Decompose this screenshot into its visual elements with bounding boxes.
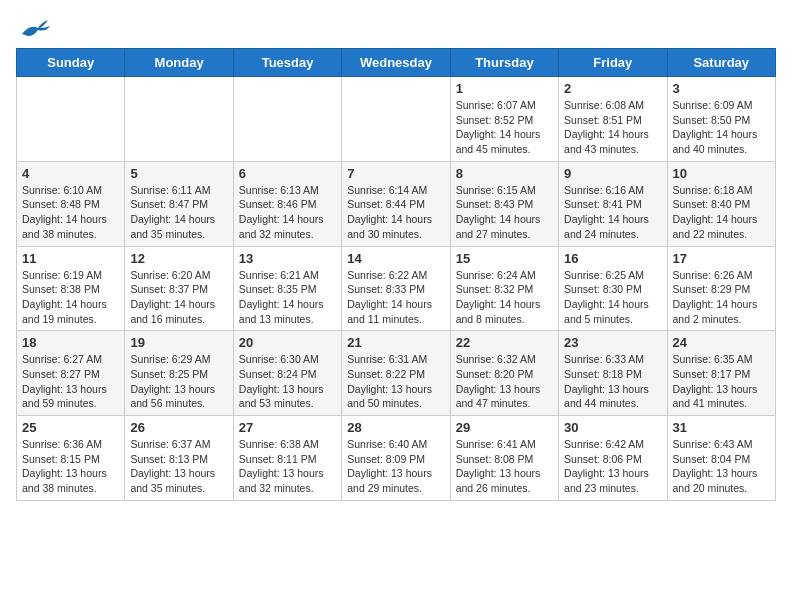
logo-bird-icon (20, 16, 50, 40)
day-info-text: Sunrise: 6:32 AM Sunset: 8:20 PM Dayligh… (456, 352, 553, 411)
calendar-day-cell: 16Sunrise: 6:25 AM Sunset: 8:30 PM Dayli… (559, 246, 667, 331)
day-number: 12 (130, 251, 227, 266)
day-number: 9 (564, 166, 661, 181)
day-number: 6 (239, 166, 336, 181)
day-number: 26 (130, 420, 227, 435)
calendar-day-cell (125, 77, 233, 162)
day-info-text: Sunrise: 6:42 AM Sunset: 8:06 PM Dayligh… (564, 437, 661, 496)
calendar-day-cell: 29Sunrise: 6:41 AM Sunset: 8:08 PM Dayli… (450, 416, 558, 501)
logo (16, 16, 50, 40)
calendar-day-cell: 8Sunrise: 6:15 AM Sunset: 8:43 PM Daylig… (450, 161, 558, 246)
day-number: 15 (456, 251, 553, 266)
calendar-week-row: 1Sunrise: 6:07 AM Sunset: 8:52 PM Daylig… (17, 77, 776, 162)
calendar-day-cell (17, 77, 125, 162)
day-info-text: Sunrise: 6:11 AM Sunset: 8:47 PM Dayligh… (130, 183, 227, 242)
calendar-day-cell: 17Sunrise: 6:26 AM Sunset: 8:29 PM Dayli… (667, 246, 775, 331)
calendar-day-cell: 18Sunrise: 6:27 AM Sunset: 8:27 PM Dayli… (17, 331, 125, 416)
calendar-week-row: 25Sunrise: 6:36 AM Sunset: 8:15 PM Dayli… (17, 416, 776, 501)
day-info-text: Sunrise: 6:20 AM Sunset: 8:37 PM Dayligh… (130, 268, 227, 327)
day-number: 31 (673, 420, 770, 435)
day-number: 19 (130, 335, 227, 350)
day-info-text: Sunrise: 6:25 AM Sunset: 8:30 PM Dayligh… (564, 268, 661, 327)
day-number: 30 (564, 420, 661, 435)
day-number: 24 (673, 335, 770, 350)
day-info-text: Sunrise: 6:13 AM Sunset: 8:46 PM Dayligh… (239, 183, 336, 242)
day-info-text: Sunrise: 6:26 AM Sunset: 8:29 PM Dayligh… (673, 268, 770, 327)
calendar-day-cell: 24Sunrise: 6:35 AM Sunset: 8:17 PM Dayli… (667, 331, 775, 416)
day-info-text: Sunrise: 6:31 AM Sunset: 8:22 PM Dayligh… (347, 352, 444, 411)
calendar-day-cell: 25Sunrise: 6:36 AM Sunset: 8:15 PM Dayli… (17, 416, 125, 501)
day-info-text: Sunrise: 6:27 AM Sunset: 8:27 PM Dayligh… (22, 352, 119, 411)
day-info-text: Sunrise: 6:35 AM Sunset: 8:17 PM Dayligh… (673, 352, 770, 411)
calendar-week-row: 18Sunrise: 6:27 AM Sunset: 8:27 PM Dayli… (17, 331, 776, 416)
calendar-day-cell: 3Sunrise: 6:09 AM Sunset: 8:50 PM Daylig… (667, 77, 775, 162)
day-number: 27 (239, 420, 336, 435)
day-number: 20 (239, 335, 336, 350)
day-info-text: Sunrise: 6:36 AM Sunset: 8:15 PM Dayligh… (22, 437, 119, 496)
day-number: 7 (347, 166, 444, 181)
day-number: 14 (347, 251, 444, 266)
day-info-text: Sunrise: 6:21 AM Sunset: 8:35 PM Dayligh… (239, 268, 336, 327)
calendar-day-cell: 31Sunrise: 6:43 AM Sunset: 8:04 PM Dayli… (667, 416, 775, 501)
day-number: 5 (130, 166, 227, 181)
calendar-day-cell: 12Sunrise: 6:20 AM Sunset: 8:37 PM Dayli… (125, 246, 233, 331)
day-number: 11 (22, 251, 119, 266)
day-info-text: Sunrise: 6:43 AM Sunset: 8:04 PM Dayligh… (673, 437, 770, 496)
day-of-week-header: Wednesday (342, 49, 450, 77)
calendar-day-cell: 10Sunrise: 6:18 AM Sunset: 8:40 PM Dayli… (667, 161, 775, 246)
day-info-text: Sunrise: 6:19 AM Sunset: 8:38 PM Dayligh… (22, 268, 119, 327)
day-info-text: Sunrise: 6:15 AM Sunset: 8:43 PM Dayligh… (456, 183, 553, 242)
calendar-day-cell: 19Sunrise: 6:29 AM Sunset: 8:25 PM Dayli… (125, 331, 233, 416)
day-number: 13 (239, 251, 336, 266)
day-number: 28 (347, 420, 444, 435)
day-of-week-header: Monday (125, 49, 233, 77)
calendar-day-cell: 22Sunrise: 6:32 AM Sunset: 8:20 PM Dayli… (450, 331, 558, 416)
calendar-week-row: 4Sunrise: 6:10 AM Sunset: 8:48 PM Daylig… (17, 161, 776, 246)
day-info-text: Sunrise: 6:09 AM Sunset: 8:50 PM Dayligh… (673, 98, 770, 157)
day-number: 21 (347, 335, 444, 350)
calendar-day-cell: 13Sunrise: 6:21 AM Sunset: 8:35 PM Dayli… (233, 246, 341, 331)
day-number: 18 (22, 335, 119, 350)
day-of-week-header: Saturday (667, 49, 775, 77)
calendar-day-cell: 23Sunrise: 6:33 AM Sunset: 8:18 PM Dayli… (559, 331, 667, 416)
calendar-day-cell: 27Sunrise: 6:38 AM Sunset: 8:11 PM Dayli… (233, 416, 341, 501)
page-header (16, 16, 776, 40)
day-info-text: Sunrise: 6:10 AM Sunset: 8:48 PM Dayligh… (22, 183, 119, 242)
day-number: 10 (673, 166, 770, 181)
calendar-day-cell: 1Sunrise: 6:07 AM Sunset: 8:52 PM Daylig… (450, 77, 558, 162)
calendar-day-cell: 26Sunrise: 6:37 AM Sunset: 8:13 PM Dayli… (125, 416, 233, 501)
day-info-text: Sunrise: 6:14 AM Sunset: 8:44 PM Dayligh… (347, 183, 444, 242)
calendar-day-cell: 9Sunrise: 6:16 AM Sunset: 8:41 PM Daylig… (559, 161, 667, 246)
calendar-day-cell: 7Sunrise: 6:14 AM Sunset: 8:44 PM Daylig… (342, 161, 450, 246)
calendar-day-cell: 2Sunrise: 6:08 AM Sunset: 8:51 PM Daylig… (559, 77, 667, 162)
day-info-text: Sunrise: 6:07 AM Sunset: 8:52 PM Dayligh… (456, 98, 553, 157)
day-number: 23 (564, 335, 661, 350)
calendar-day-cell (233, 77, 341, 162)
calendar-day-cell: 14Sunrise: 6:22 AM Sunset: 8:33 PM Dayli… (342, 246, 450, 331)
day-number: 29 (456, 420, 553, 435)
calendar-day-cell: 4Sunrise: 6:10 AM Sunset: 8:48 PM Daylig… (17, 161, 125, 246)
day-info-text: Sunrise: 6:41 AM Sunset: 8:08 PM Dayligh… (456, 437, 553, 496)
calendar-day-cell: 15Sunrise: 6:24 AM Sunset: 8:32 PM Dayli… (450, 246, 558, 331)
day-number: 4 (22, 166, 119, 181)
day-number: 22 (456, 335, 553, 350)
day-of-week-header: Thursday (450, 49, 558, 77)
calendar-day-cell (342, 77, 450, 162)
calendar-day-cell: 28Sunrise: 6:40 AM Sunset: 8:09 PM Dayli… (342, 416, 450, 501)
calendar-day-cell: 5Sunrise: 6:11 AM Sunset: 8:47 PM Daylig… (125, 161, 233, 246)
day-info-text: Sunrise: 6:33 AM Sunset: 8:18 PM Dayligh… (564, 352, 661, 411)
day-number: 8 (456, 166, 553, 181)
day-info-text: Sunrise: 6:24 AM Sunset: 8:32 PM Dayligh… (456, 268, 553, 327)
day-info-text: Sunrise: 6:38 AM Sunset: 8:11 PM Dayligh… (239, 437, 336, 496)
calendar-table: SundayMondayTuesdayWednesdayThursdayFrid… (16, 48, 776, 501)
day-info-text: Sunrise: 6:29 AM Sunset: 8:25 PM Dayligh… (130, 352, 227, 411)
day-info-text: Sunrise: 6:18 AM Sunset: 8:40 PM Dayligh… (673, 183, 770, 242)
day-number: 16 (564, 251, 661, 266)
day-of-week-header: Tuesday (233, 49, 341, 77)
calendar-day-cell: 21Sunrise: 6:31 AM Sunset: 8:22 PM Dayli… (342, 331, 450, 416)
day-info-text: Sunrise: 6:40 AM Sunset: 8:09 PM Dayligh… (347, 437, 444, 496)
calendar-header-row: SundayMondayTuesdayWednesdayThursdayFrid… (17, 49, 776, 77)
day-info-text: Sunrise: 6:30 AM Sunset: 8:24 PM Dayligh… (239, 352, 336, 411)
day-of-week-header: Friday (559, 49, 667, 77)
calendar-day-cell: 20Sunrise: 6:30 AM Sunset: 8:24 PM Dayli… (233, 331, 341, 416)
